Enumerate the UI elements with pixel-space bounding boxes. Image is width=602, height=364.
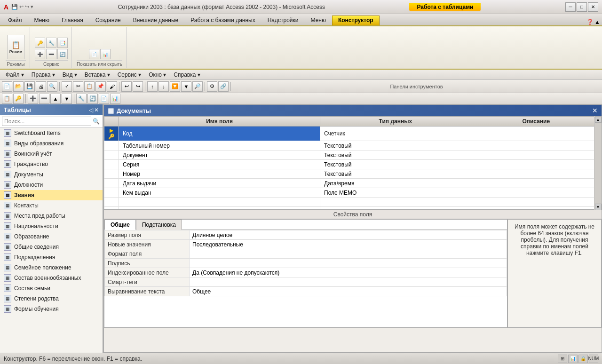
- tab-db-tools[interactable]: Работа с базами данных: [184, 16, 261, 25]
- tb-preview[interactable]: 🔍: [47, 81, 57, 92]
- sidebar-item-positions[interactable]: ▦ Должности: [0, 180, 103, 190]
- tab-external[interactable]: Внешние данные: [127, 16, 185, 25]
- field-name-cell[interactable]: Кем выдан: [119, 188, 320, 198]
- tab-menu2[interactable]: Меню: [305, 16, 332, 25]
- field-name-cell[interactable]: Табельный номер: [119, 141, 320, 150]
- sidebar-collapse-btn[interactable]: ◁: [89, 107, 93, 113]
- tb2-indexes[interactable]: 📊: [110, 94, 120, 104]
- data-type-cell[interactable]: Текстовый: [320, 169, 471, 179]
- description-cell[interactable]: [471, 150, 601, 160]
- tab-lookup[interactable]: Подстановка: [136, 220, 182, 230]
- description-cell[interactable]: [471, 160, 601, 169]
- collapse-ribbon-icon[interactable]: ▲: [594, 19, 600, 25]
- tb-format-copy[interactable]: 🖌: [107, 81, 117, 92]
- description-cell[interactable]: [471, 127, 601, 141]
- tb-field-tools[interactable]: ⚙: [207, 81, 217, 92]
- tab-menu1[interactable]: Меню: [28, 16, 55, 25]
- tb2-move-up[interactable]: ▲: [50, 94, 61, 104]
- description-cell[interactable]: [471, 188, 601, 198]
- tb2-builder[interactable]: 🔧: [76, 94, 87, 104]
- tb-undo[interactable]: ↩: [121, 81, 132, 92]
- sidebar-item-kinship[interactable]: ▦ Степени родства: [0, 293, 103, 304]
- table-row[interactable]: Документ Текстовый: [104, 150, 602, 160]
- table-row[interactable]: [104, 198, 602, 207]
- tab-addins[interactable]: Надстройки: [261, 16, 305, 25]
- tb-paste[interactable]: 📌: [95, 81, 106, 92]
- prop-value[interactable]: Длинное целое: [190, 230, 507, 240]
- index-btn[interactable]: 📑: [57, 38, 68, 48]
- primary-key-btn[interactable]: 🔑: [35, 38, 45, 48]
- insert-row-btn[interactable]: ➕: [35, 49, 45, 59]
- menu-service[interactable]: Сервис ▾: [114, 71, 145, 79]
- data-type-cell[interactable]: Счетчик: [320, 127, 471, 141]
- description-cell[interactable]: [471, 169, 601, 179]
- table-row[interactable]: Дата выдачи Дата/время: [104, 179, 602, 188]
- field-name-cell[interactable]: Код: [119, 127, 320, 141]
- tab-file[interactable]: Файл: [2, 16, 28, 25]
- tb-print[interactable]: 🖨: [36, 81, 46, 92]
- close-button[interactable]: ✕: [588, 2, 598, 12]
- tb-apply-filter[interactable]: ▼: [181, 81, 191, 92]
- tb-filter[interactable]: 🔽: [170, 81, 180, 92]
- field-name-cell[interactable]: Документ: [119, 150, 320, 160]
- sidebar-item-training[interactable]: ▦ Формы обучения: [0, 304, 103, 314]
- data-type-cell[interactable]: Поле MEMO: [320, 188, 471, 198]
- tb-new[interactable]: 📄: [2, 81, 12, 92]
- menu-view[interactable]: Вид ▾: [59, 71, 81, 79]
- data-type-cell[interactable]: Дата/время: [320, 179, 471, 188]
- table-row[interactable]: Серия Текстовый: [104, 160, 602, 169]
- tb-sort-desc[interactable]: ↓: [158, 81, 169, 92]
- prop-value[interactable]: [190, 249, 507, 259]
- tb-open[interactable]: 📂: [13, 81, 24, 92]
- help-icon[interactable]: ❓: [586, 19, 594, 25]
- data-type-cell[interactable]: Текстовый: [320, 141, 471, 150]
- tb-ref[interactable]: 🔗: [218, 81, 229, 92]
- sidebar-item-documents[interactable]: ▦ Документы: [0, 169, 103, 180]
- tb-find[interactable]: 🔎: [192, 81, 203, 92]
- table-row[interactable]: Кем выдан Поле MEMO: [104, 188, 602, 198]
- prop-value[interactable]: [190, 277, 507, 287]
- menu-window[interactable]: Окно ▾: [145, 71, 170, 79]
- tb2-insert-row[interactable]: ➕: [28, 94, 38, 104]
- builder-btn[interactable]: 🔧: [46, 38, 56, 48]
- status-icon-3[interactable]: 🔒: [578, 355, 588, 363]
- menu-edit[interactable]: Правка ▾: [28, 71, 59, 79]
- sidebar-item-family[interactable]: ▦ Состав семьи: [0, 283, 103, 293]
- menu-help[interactable]: Справка ▾: [170, 71, 204, 79]
- prop-value[interactable]: Общее: [190, 287, 507, 296]
- menu-file[interactable]: Файл ▾: [2, 71, 28, 79]
- tb2-delete-row[interactable]: ➖: [39, 94, 49, 104]
- field-name-cell[interactable]: Серия: [119, 160, 320, 169]
- sidebar-item-citizenship[interactable]: ▦ Гражданство: [0, 159, 103, 169]
- prop-value[interactable]: Последовательные: [190, 240, 507, 249]
- view-button[interactable]: 📋 Режим: [8, 35, 24, 59]
- window-controls[interactable]: ─ □ ✕: [565, 2, 598, 12]
- delete-row-btn[interactable]: ➖: [46, 49, 56, 59]
- tb-save[interactable]: 💾: [24, 81, 35, 92]
- status-icon-2[interactable]: 📊: [568, 355, 578, 363]
- properties-btn[interactable]: 📄: [89, 49, 99, 59]
- modify-lookup-btn[interactable]: 🔄: [57, 49, 68, 59]
- tb2-props[interactable]: 📄: [99, 94, 109, 104]
- sidebar-item-prev-work[interactable]: ▦ Места пред работы: [0, 211, 103, 221]
- menu-insert[interactable]: Вставка ▾: [81, 71, 114, 79]
- tab-home[interactable]: Главная: [55, 16, 89, 25]
- description-cell[interactable]: [471, 179, 601, 188]
- sidebar-item-nationalities[interactable]: ▦ Национальности: [0, 221, 103, 231]
- indexes-btn[interactable]: 📊: [100, 49, 111, 59]
- sidebar-item-switchboard[interactable]: ▦ Switchboard Items: [0, 128, 103, 138]
- tb-cut[interactable]: ✂: [73, 81, 83, 92]
- sidebar-item-education-types[interactable]: ▦ Виды образования: [0, 138, 103, 149]
- table-row[interactable]: Номер Текстовый: [104, 169, 602, 179]
- sidebar-item-military-list[interactable]: ▦ Состав военнообязанных: [0, 273, 103, 283]
- tab-general[interactable]: Общие: [104, 220, 136, 230]
- field-name-cell[interactable]: Номер: [119, 169, 320, 179]
- sidebar-close-btn[interactable]: ✕: [94, 107, 99, 113]
- scroll-track[interactable]: [595, 123, 602, 204]
- table-row[interactable]: Табельный номер Текстовый: [104, 141, 602, 150]
- table-close-button[interactable]: ✕: [592, 107, 598, 114]
- tb-spell[interactable]: ✓: [62, 81, 72, 92]
- sidebar-item-ranks[interactable]: ▦ Звания: [0, 190, 103, 200]
- tb-sort-asc[interactable]: ↑: [147, 81, 158, 92]
- tb2-move-down[interactable]: ▼: [62, 94, 72, 104]
